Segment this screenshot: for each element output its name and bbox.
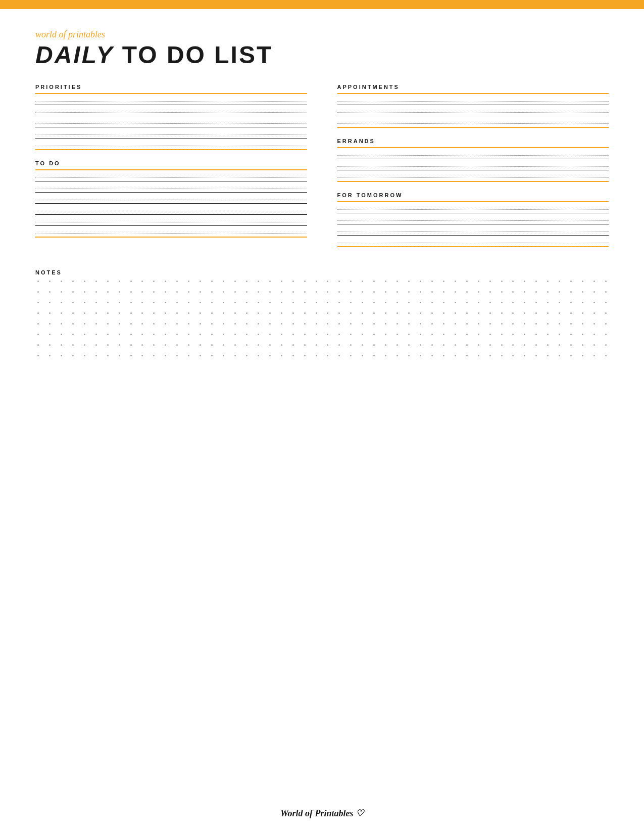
dot	[165, 281, 166, 282]
dot	[559, 334, 560, 335]
dot	[338, 281, 340, 282]
dot	[107, 281, 109, 282]
notes-dots-row	[35, 312, 609, 314]
dot	[200, 291, 201, 293]
dot	[84, 334, 85, 335]
dot	[547, 334, 549, 335]
main-title: DAILY TO DO LIST	[35, 41, 609, 69]
dot	[547, 323, 549, 325]
dot	[269, 344, 271, 346]
dotted-4	[35, 134, 307, 135]
dot	[570, 344, 572, 346]
dot	[455, 355, 456, 356]
dot	[130, 312, 132, 314]
dot	[605, 312, 607, 314]
er-dotted-3	[337, 177, 609, 178]
dot	[37, 302, 39, 303]
dot	[188, 312, 189, 314]
notes-dots-row	[35, 291, 609, 293]
dot	[211, 344, 213, 346]
priorities-section: PRIORITIES	[35, 84, 307, 150]
dot	[165, 355, 166, 356]
dot	[200, 312, 201, 314]
dot	[316, 323, 317, 325]
dot	[61, 312, 62, 314]
dot	[153, 344, 155, 346]
solid-3	[35, 127, 307, 127]
dot	[281, 291, 282, 293]
dot	[605, 334, 607, 335]
dot	[316, 355, 317, 356]
dot	[304, 302, 306, 303]
dot	[49, 291, 51, 293]
dot	[119, 344, 120, 346]
dot	[559, 355, 560, 356]
dot	[373, 344, 375, 346]
dot	[107, 302, 109, 303]
dot	[258, 355, 259, 356]
dot	[408, 312, 410, 314]
dot	[107, 291, 109, 293]
todo-orange-line	[35, 169, 307, 170]
dot	[119, 323, 120, 325]
dot	[559, 302, 560, 303]
dot	[512, 355, 514, 356]
title-daily: DAILY	[35, 41, 114, 68]
dot	[455, 334, 456, 335]
dot	[234, 312, 236, 314]
dot	[49, 302, 51, 303]
notes-dots-row	[35, 355, 609, 356]
dot	[153, 302, 155, 303]
todo-line-1	[35, 177, 307, 181]
appointments-orange-line	[337, 93, 609, 94]
dot	[466, 312, 468, 314]
dot	[37, 334, 39, 335]
dot	[385, 312, 386, 314]
dot	[72, 312, 74, 314]
dot	[234, 355, 236, 356]
dot	[304, 291, 306, 293]
dot	[37, 312, 39, 314]
dot	[397, 302, 398, 303]
dot	[501, 334, 503, 335]
dot	[141, 281, 143, 282]
dot	[559, 323, 560, 325]
dot	[176, 323, 178, 325]
dot	[304, 323, 306, 325]
dot	[350, 302, 352, 303]
dot	[524, 355, 525, 356]
dot	[200, 302, 201, 303]
dot	[176, 281, 178, 282]
dot	[269, 291, 271, 293]
dot	[397, 334, 398, 335]
dot	[95, 334, 97, 335]
dot	[130, 334, 132, 335]
priorities-bottom-orange	[35, 149, 307, 150]
dot	[466, 355, 468, 356]
dot	[535, 323, 537, 325]
dot	[350, 355, 352, 356]
dot	[547, 281, 549, 282]
dot	[362, 344, 363, 346]
notes-dots-row	[35, 323, 609, 325]
ft-dotted-1	[337, 209, 609, 210]
ft-dotted-3	[337, 231, 609, 232]
dot	[489, 355, 491, 356]
dot	[223, 291, 224, 293]
dot	[176, 355, 178, 356]
dot	[570, 355, 572, 356]
dot	[211, 281, 213, 282]
dot	[420, 355, 421, 356]
dot	[200, 323, 201, 325]
appt-line-1	[337, 101, 609, 105]
dot	[593, 281, 595, 282]
dot	[582, 323, 583, 325]
dot	[49, 281, 51, 282]
dot	[431, 355, 433, 356]
er-solid-1	[337, 159, 609, 159]
dot	[535, 281, 537, 282]
notes-dots-row	[35, 281, 609, 282]
dot	[512, 291, 514, 293]
dot	[281, 334, 282, 335]
dot	[455, 323, 456, 325]
